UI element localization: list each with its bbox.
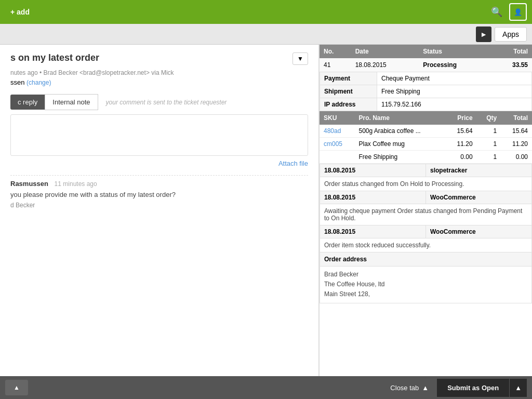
payment-row: Payment Cheque Payment: [320, 72, 532, 85]
order-status: Processing: [419, 58, 491, 72]
ticket-ssen: ssen: [10, 78, 24, 86]
comment-signature: d Becker: [10, 202, 308, 209]
order-total: 33.55: [491, 58, 532, 72]
ph-sku: SKU: [320, 111, 354, 125]
close-tab-button[interactable]: Close tab ▲: [382, 379, 437, 397]
info-table: Payment Cheque Payment Shipment Free Shi…: [320, 72, 532, 111]
product-total-1: 11.20: [501, 138, 532, 151]
product-sku-2: [320, 151, 354, 164]
tl-source-1: WooCommerce: [426, 191, 531, 204]
payment-label: Payment: [320, 72, 377, 85]
close-tab-arrow-icon: ▲: [422, 384, 429, 392]
product-qty-1: 1: [477, 138, 501, 151]
top-bar-right: 🔍 👤: [488, 3, 527, 21]
product-price-1: 11.20: [446, 138, 477, 151]
ip-row: IP address 115.79.52.166: [320, 98, 532, 111]
ph-price: Price: [446, 111, 477, 125]
comment-divider: [10, 175, 308, 176]
reply-hint: your comment is sent to the ticket reque…: [106, 99, 227, 106]
comment-header: Rasmussen 11 minutes ago: [10, 180, 308, 188]
reply-tabs: c reply Internal note your comment is se…: [10, 94, 308, 110]
main-content: s on my latest order ▼ nutes ago • Brad …: [0, 45, 532, 376]
col-status: Status: [419, 45, 491, 58]
timeline-entry-0: 18.08.2015 slopetracker Order status cha…: [320, 164, 532, 191]
apps-button[interactable]: Apps: [495, 27, 527, 42]
order-row: 41 18.08.2015 Processing 33.55: [320, 58, 532, 72]
internal-note-tab[interactable]: Internal note: [45, 94, 98, 110]
tl-body-1: Awaiting cheque payment Order status cha…: [320, 204, 531, 225]
search-icon[interactable]: 🔍: [488, 4, 505, 20]
address-line-2: Main Street 128,: [324, 289, 527, 299]
reply-textarea[interactable]: [10, 114, 308, 156]
ph-qty: Qty: [477, 111, 501, 125]
comment-author: Rasmussen: [10, 180, 48, 188]
second-bar: ► Apps: [0, 24, 532, 45]
col-no: No.: [320, 45, 351, 58]
tl-source-0: slopetracker: [426, 164, 531, 177]
address-line-0: Brad Becker: [324, 270, 527, 280]
comment-text: you please provide me with a status of m…: [10, 191, 308, 198]
comment-time: 11 minutes ago: [55, 180, 97, 188]
order-address-header: Order address: [320, 252, 531, 267]
close-tab-label: Close tab: [390, 384, 419, 392]
user-icon[interactable]: 👤: [509, 3, 527, 21]
submit-arrow-button[interactable]: ▲: [509, 379, 527, 397]
order-date: 18.08.2015: [351, 58, 419, 72]
product-qty-2: 1: [477, 151, 501, 164]
bottom-left-button[interactable]: ▲: [5, 380, 28, 395]
order-address-section: Order address Brad Becker The Coffee Hou…: [320, 252, 532, 303]
public-reply-tab[interactable]: c reply: [10, 95, 45, 110]
product-row-0: 480ad 500g Arabica coffee ... 15.64 1 15…: [320, 125, 532, 138]
timeline-entry-1: 18.08.2015 WooCommerce Awaiting cheque p…: [320, 191, 532, 225]
ticket-from: Brad Becker <brad@slopetracker.net> via …: [44, 69, 174, 76]
address-line-1: The Coffee House, ltd: [324, 280, 527, 289]
product-sku-1[interactable]: cm005: [324, 140, 342, 148]
shipment-row: Shipment Free Shipping: [320, 85, 532, 98]
tl-body-2: Order item stock reduced successfully.: [320, 238, 531, 252]
submit-button[interactable]: Submit as Open: [437, 379, 509, 397]
product-row-1: cm005 Plax Coffee mug 11.20 1 11.20: [320, 138, 532, 151]
bottom-bar: ▲ Close tab ▲ Submit as Open ▲: [0, 376, 532, 399]
ticket-title: s on my latest order: [10, 52, 99, 63]
ticket-header: s on my latest order ▼: [10, 52, 308, 65]
product-price-0: 15.64: [446, 125, 477, 138]
tl-date-1: 18.08.2015: [320, 191, 426, 204]
product-sku-0[interactable]: 480ad: [324, 127, 341, 135]
product-name-0: 500g Arabica coffee ...: [354, 125, 445, 138]
ip-label: IP address: [320, 98, 377, 111]
right-panel: No. Date Status Total 41 18.08.2015 Proc…: [319, 45, 532, 376]
col-total: Total: [491, 45, 532, 58]
order-no: 41: [320, 58, 351, 72]
ip-value: 115.79.52.166: [377, 98, 532, 111]
product-total-0: 15.64: [501, 125, 532, 138]
product-row-2: Free Shipping 0.00 1 0.00: [320, 151, 532, 164]
ticket-via: ssen (change): [10, 78, 308, 86]
tl-source-2: WooCommerce: [426, 225, 531, 238]
ticket-time: nutes ago: [10, 69, 38, 76]
order-address-body: Brad Becker The Coffee House, ltd Main S…: [320, 267, 531, 303]
ticket-change-link[interactable]: (change): [26, 79, 51, 86]
product-name-1: Plax Coffee mug: [354, 138, 445, 151]
add-button[interactable]: + add: [5, 5, 35, 19]
shipment-label: Shipment: [320, 85, 377, 98]
attach-file-link[interactable]: Attach file: [10, 159, 308, 167]
dropdown-button[interactable]: ▼: [292, 52, 308, 65]
payment-value: Cheque Payment: [377, 72, 532, 85]
top-bar: + add 🔍 👤: [0, 0, 532, 24]
tl-date-0: 18.08.2015: [320, 164, 426, 177]
tl-date-2: 18.08.2015: [320, 225, 426, 238]
products-table: SKU Pro. Name Price Qty Total 480ad 500g…: [320, 111, 532, 164]
ticket-meta: nutes ago • Brad Becker <brad@slopetrack…: [10, 69, 308, 76]
shipment-value: Free Shipping: [377, 85, 532, 98]
product-name-2: Free Shipping: [354, 151, 445, 164]
order-table: No. Date Status Total 41 18.08.2015 Proc…: [320, 45, 532, 72]
product-price-2: 0.00: [446, 151, 477, 164]
col-date: Date: [351, 45, 419, 58]
ph-total: Total: [501, 111, 532, 125]
product-qty-0: 1: [477, 125, 501, 138]
left-panel: s on my latest order ▼ nutes ago • Brad …: [0, 45, 319, 376]
nav-arrow-button[interactable]: ►: [476, 26, 491, 42]
tl-body-0: Order status changed from On Hold to Pro…: [320, 177, 531, 191]
ph-name: Pro. Name: [354, 111, 445, 125]
timeline-entry-2: 18.08.2015 WooCommerce Order item stock …: [320, 225, 532, 252]
